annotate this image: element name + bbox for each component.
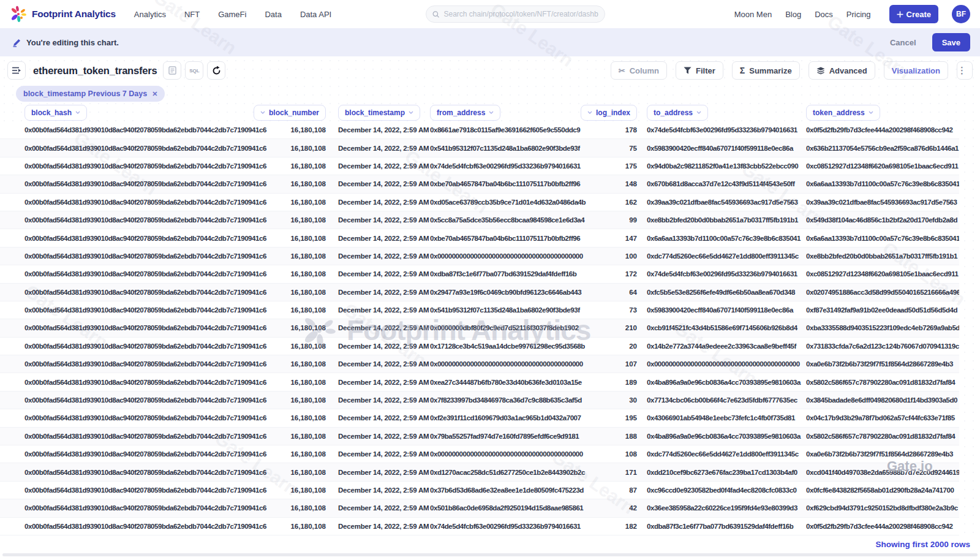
collapse-sidebar-button[interactable] bbox=[7, 61, 26, 80]
sql-label: SQL bbox=[189, 68, 199, 74]
brand-logo[interactable]: Footprint Analytics bbox=[10, 6, 116, 23]
summarize-button-label: Summarize bbox=[749, 66, 791, 75]
table-cell: December 14, 2022, 2:59 AM bbox=[338, 486, 430, 494]
table-cell: 0x5cc8a75a5dce35b56ecc8bcaa984598ce1e6d3… bbox=[430, 216, 593, 224]
more-options-button[interactable]: ⋮ bbox=[957, 61, 973, 80]
table-row: 0x00b0fad564d381d939010d8ac940f2078059bd… bbox=[0, 392, 959, 409]
table-cell: 100 bbox=[593, 252, 647, 260]
cancel-button[interactable]: Cancel bbox=[890, 38, 916, 47]
table-cell: 64 bbox=[593, 289, 647, 296]
filter-chip[interactable]: block_timestamp Previous 7 Days ✕ bbox=[16, 86, 165, 102]
visualization-button[interactable]: Visualization bbox=[884, 61, 948, 80]
kebab-icon: ⋮ bbox=[957, 65, 967, 76]
table-cell: December 14, 2022, 2:59 AM bbox=[338, 396, 430, 404]
chevron-down-icon bbox=[696, 111, 701, 114]
table-cell: 0x37b6d53d68ad6e32ea8ee1e1de80509fc47522… bbox=[430, 486, 593, 494]
table-cell: December 14, 2022, 2:59 AM bbox=[338, 342, 430, 350]
table-cell: December 14, 2022, 2:59 AM bbox=[338, 126, 430, 134]
table-row: 0x00b0fad564d381d939010d8ac940f2078059bd… bbox=[0, 211, 959, 229]
table-cell: 0x94d0ba2c98211852f0a41e13f83cbb522ebcc0… bbox=[647, 162, 806, 170]
table-body: 0x00b0fad564d381d939010d8ac940f2078059bd… bbox=[0, 121, 959, 535]
table-cell: 0x00b0fad564d381d939010d8ac940f2078059bd… bbox=[24, 324, 267, 331]
horizontal-scrollbar[interactable] bbox=[2, 553, 978, 556]
link-moon-men[interactable]: Moon Men bbox=[734, 10, 772, 19]
table-cell: 0xdba87f3c1e6f77ba077bd6391529daf4fdeff1… bbox=[430, 270, 593, 278]
table-header-row: block_hash block_number block_timestamp … bbox=[24, 104, 959, 121]
column-button[interactable]: ✂ Column bbox=[611, 61, 667, 80]
summarize-button[interactable]: Σ Summarize bbox=[732, 61, 800, 80]
nav-item-nft[interactable]: NFT bbox=[184, 10, 200, 19]
table-cell: 16,180,108 bbox=[267, 414, 338, 422]
table-cell: 16,180,108 bbox=[267, 469, 338, 476]
column-header-label: from_address bbox=[437, 108, 485, 117]
table-cell: 0x74de5d4fcbf63e00296fd95d33236b97940166… bbox=[430, 523, 593, 530]
search-input[interactable]: Search chain/protocol/token/NFT/creator/… bbox=[426, 6, 605, 23]
table-cell: December 14, 2022, 2:59 AM bbox=[338, 469, 430, 476]
table-cell: 0x00b0fad564d381d939010d8ac940f2078059bd… bbox=[24, 180, 267, 187]
column-header-token-address[interactable]: token_address bbox=[806, 105, 880, 121]
table-cell: 0x00b0fad564d381d939010d8ac940f2078059bd… bbox=[24, 486, 267, 494]
nav-item-data-api[interactable]: Data API bbox=[300, 10, 331, 19]
table-cell: 0xd1270acac258dc51d6277250ce1b2e8443902b… bbox=[430, 469, 593, 476]
table-cell: 0x731833cfda7c6a2d123c124b76067d07094131… bbox=[806, 342, 959, 350]
table-cell: 16,180,108 bbox=[267, 324, 338, 331]
remove-filter-icon[interactable]: ✕ bbox=[152, 90, 157, 98]
column-header-block-number[interactable]: block_number bbox=[254, 105, 326, 121]
nav-item-gamefi[interactable]: GameFi bbox=[218, 10, 246, 19]
column-header-log-index[interactable]: log_index bbox=[581, 105, 637, 121]
table-cell: 0x00000000000000000000000000000000000000… bbox=[430, 252, 593, 260]
nav-item-data[interactable]: Data bbox=[265, 10, 281, 19]
advanced-button[interactable]: Advanced bbox=[809, 61, 875, 80]
save-button[interactable]: Save bbox=[932, 33, 970, 51]
details-button[interactable] bbox=[163, 61, 181, 80]
table-cell: 0xba3335588d9403515223f109edc4eb7269a9ab… bbox=[806, 324, 959, 331]
table-cell: 0xf2e391f11cd1609679d03a1ac965b1d0432a70… bbox=[430, 414, 593, 422]
column-header-to-address[interactable]: to_address bbox=[647, 105, 708, 121]
table-cell: 0xf629cbd94d3791c9250152bd8dfbdf380e2a3b… bbox=[806, 504, 959, 512]
table-cell: 0x0fcf6e8438282f5658ab01d290fb28a24a7417… bbox=[806, 486, 959, 494]
table-row: 0x00b0fad564d381d939010d8ac940f2078059bd… bbox=[0, 139, 959, 157]
table-cell: 0x00b0fad564d381d939010d8ac940f2078059bd… bbox=[24, 342, 267, 350]
create-button[interactable]: Create bbox=[889, 5, 938, 23]
toolbar-actions: ✂ Column Filter Σ Summarize Advanced bbox=[611, 61, 973, 80]
link-blog[interactable]: Blog bbox=[785, 10, 801, 19]
table-cell: 0x549d38f104ac46d856c1b2bf2a20d170efdb2a… bbox=[806, 216, 959, 224]
filter-button[interactable]: Filter bbox=[676, 61, 723, 80]
table-cell: 20 bbox=[593, 342, 647, 350]
chevron-down-icon bbox=[869, 111, 873, 114]
table-cell: 0x00b0fad564d381d939010d8ac940f2078059bd… bbox=[24, 252, 267, 260]
table-cell: December 14, 2022, 2:59 AM bbox=[338, 199, 430, 206]
nav-item-analytics[interactable]: Analytics bbox=[134, 10, 166, 19]
table-cell: 0x00b0fad564d381d939010d8ac940f2078059bd… bbox=[24, 396, 267, 404]
link-pricing[interactable]: Pricing bbox=[846, 10, 871, 19]
column-header-block-timestamp[interactable]: block_timestamp bbox=[338, 105, 420, 121]
table-row: 0x00b0fad564d381d939010d8ac940f2078059bd… bbox=[0, 338, 959, 355]
column-header-label: block_number bbox=[269, 108, 319, 117]
table-footer: Showing first 2000 rows bbox=[0, 536, 980, 560]
chevron-down-icon bbox=[260, 111, 265, 114]
table-cell: 108 bbox=[593, 450, 647, 458]
table-cell: 0x02074951886acc3d58d99d55040165216666a4… bbox=[806, 289, 959, 296]
sql-view-button[interactable]: SQL bbox=[185, 61, 203, 80]
link-docs[interactable]: Docs bbox=[815, 10, 833, 19]
table-row: 0x00b0fad564d381d939010d8ac940f2078059bd… bbox=[0, 355, 959, 373]
column-header-block-hash[interactable]: block_hash bbox=[24, 105, 87, 121]
table-cell: December 14, 2022, 2:59 AM bbox=[338, 360, 430, 368]
search-icon bbox=[432, 10, 439, 18]
column-header-label: to_address bbox=[654, 108, 693, 117]
table-cell: December 14, 2022, 2:59 AM bbox=[338, 270, 430, 278]
primary-nav: Analytics NFT GameFi Data Data API bbox=[134, 10, 331, 19]
table-cell: 16,180,108 bbox=[267, 433, 338, 440]
table-cell: 0x00b0fad564d381d939010d8ac940f2078059bd… bbox=[24, 199, 267, 206]
advanced-button-label: Advanced bbox=[829, 66, 867, 75]
table-cell: 0x39aa39c021dfbae8fac545936693ac917d5e75… bbox=[647, 199, 806, 206]
table-cell: 16,180,108 bbox=[267, 504, 338, 512]
search-placeholder: Search chain/protocol/token/NFT/creator/… bbox=[443, 10, 598, 18]
column-header-from-address[interactable]: from_address bbox=[430, 105, 500, 121]
avatar[interactable]: BF bbox=[952, 5, 970, 23]
refresh-button[interactable] bbox=[207, 61, 225, 80]
table-cell: 188 bbox=[593, 433, 647, 440]
column-header-label: log_index bbox=[596, 108, 630, 117]
table-cell: 0xdba87f3c1e6f77ba077bd6391529daf4fdeff1… bbox=[647, 523, 806, 530]
filter-chip-label: block_timestamp Previous 7 Days bbox=[23, 89, 147, 98]
